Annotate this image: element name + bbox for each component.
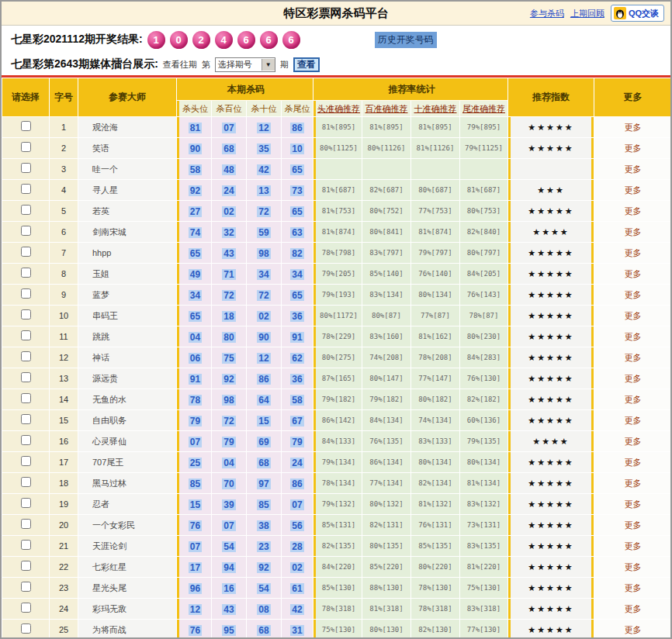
- more-link[interactable]: 更多: [594, 285, 671, 305]
- more-link[interactable]: 更多: [594, 557, 671, 577]
- rate-cell: 84%[133]: [313, 431, 362, 451]
- row-select-checkbox[interactable]: [21, 288, 31, 299]
- row-select-checkbox[interactable]: [21, 163, 31, 173]
- previous-period-link[interactable]: 上期回顾: [570, 8, 604, 19]
- kill-number-cell: 64: [247, 389, 281, 409]
- rate-cell: 80%[275]: [313, 347, 362, 368]
- kill-number-cell: 98: [212, 389, 246, 409]
- kill-number-cell: 79: [212, 431, 246, 451]
- rate-cell: [313, 159, 362, 179]
- row-select-checkbox[interactable]: [21, 603, 31, 613]
- row-select-checkbox[interactable]: [21, 393, 31, 403]
- rate-cell: 85%[140]: [362, 264, 410, 284]
- row-select-checkbox[interactable]: [21, 351, 31, 361]
- row-select-checkbox[interactable]: [21, 226, 31, 236]
- kill-number-cell: 38: [247, 515, 281, 535]
- more-link[interactable]: 更多: [594, 117, 671, 137]
- header-rate-hundred-link[interactable]: 百准确推荐: [362, 101, 410, 116]
- more-link[interactable]: 更多: [594, 431, 671, 451]
- kill-number-cell: 16: [212, 578, 246, 598]
- rate-cell: 83%[160]: [362, 326, 410, 347]
- rate-cell: 77%[134]: [362, 473, 410, 493]
- row-select-checkbox[interactable]: [21, 582, 31, 592]
- period-select[interactable]: 选择期号 ▼: [215, 57, 275, 72]
- kill-number-cell: 92: [212, 368, 246, 389]
- more-link[interactable]: 更多: [594, 599, 671, 619]
- row-select-checkbox[interactable]: [21, 456, 31, 466]
- kill-number: 70: [222, 478, 235, 489]
- row-select-checkbox[interactable]: [21, 121, 31, 131]
- rate-cell: 77%[753]: [411, 201, 459, 221]
- row-select-checkbox[interactable]: [21, 519, 31, 529]
- more-link[interactable]: 更多: [594, 138, 671, 158]
- row-select-checkbox[interactable]: [21, 623, 31, 634]
- kill-number-cell: 02: [212, 201, 246, 221]
- more-link[interactable]: 更多: [594, 578, 671, 598]
- more-link[interactable]: 更多: [594, 620, 671, 639]
- more-link[interactable]: 更多: [594, 159, 671, 179]
- more-link[interactable]: 更多: [594, 368, 671, 389]
- more-link[interactable]: 更多: [594, 326, 671, 347]
- row-select-checkbox[interactable]: [21, 247, 31, 257]
- rate-cell: 88%[130]: [362, 578, 410, 598]
- row-select-checkbox[interactable]: [21, 414, 31, 424]
- kill-number-cell: 07: [282, 494, 313, 514]
- select-cell: [2, 138, 49, 158]
- header-rate-tail-link[interactable]: 尾准确推荐: [460, 101, 507, 116]
- row-select-checkbox[interactable]: [21, 561, 31, 571]
- row-select-checkbox[interactable]: [21, 372, 31, 382]
- kill-number: 80: [222, 332, 235, 343]
- table-row: 10串码王6518023680%[1172]80%[87]77%[87]78%[…: [2, 306, 671, 326]
- kill-number: 58: [189, 164, 202, 175]
- rate-cell: 83%[132]: [460, 494, 507, 514]
- more-link[interactable]: 更多: [594, 347, 671, 368]
- kill-number-cell: 70: [212, 473, 246, 493]
- more-link[interactable]: 更多: [594, 410, 671, 430]
- more-link[interactable]: 更多: [594, 452, 671, 472]
- table-row: 17707尾王2504682479%[134]86%[134]80%[134]8…: [2, 452, 671, 472]
- master-name: 彩玛无敌: [78, 599, 176, 619]
- more-link[interactable]: 更多: [594, 306, 671, 326]
- rate-cell: 80%[135]: [362, 536, 410, 556]
- more-link[interactable]: 更多: [594, 243, 671, 263]
- row-select-checkbox[interactable]: [21, 540, 31, 550]
- more-link[interactable]: 更多: [594, 494, 671, 514]
- more-link[interactable]: 更多: [594, 389, 671, 409]
- qq-chat-button[interactable]: QQ交谈: [611, 5, 664, 22]
- row-select-checkbox[interactable]: [21, 142, 31, 152]
- more-link[interactable]: 更多: [594, 473, 671, 493]
- rate-cell: 80%[753]: [460, 201, 507, 221]
- rate-cell: 78%[208]: [411, 347, 459, 368]
- rate-cell: 75%[130]: [313, 620, 362, 639]
- row-select-checkbox[interactable]: [21, 268, 31, 278]
- rate-cell: 78%[130]: [411, 578, 459, 598]
- row-select-checkbox[interactable]: [21, 477, 31, 487]
- kill-number: 68: [257, 625, 270, 636]
- more-link[interactable]: 更多: [594, 180, 671, 200]
- join-kill-code-link[interactable]: 参与杀码: [530, 8, 564, 19]
- header-rate-head-link[interactable]: 头准确推荐: [313, 101, 362, 116]
- more-link[interactable]: 更多: [594, 515, 671, 535]
- rate-cell: 82%[135]: [313, 536, 362, 556]
- rate-cell: 84%[220]: [313, 557, 362, 577]
- rate-cell: 81%[162]: [411, 326, 459, 347]
- row-select-checkbox[interactable]: [21, 184, 31, 194]
- star-rating: ★★★★★: [508, 264, 594, 284]
- view-button[interactable]: 查看: [293, 57, 320, 72]
- more-link[interactable]: 更多: [594, 222, 671, 242]
- lottery-ball: 1: [147, 31, 165, 49]
- row-select-checkbox[interactable]: [21, 330, 31, 340]
- rate-cell: 79%[135]: [460, 431, 507, 451]
- history-numbers-link[interactable]: 历史开奖号码: [375, 32, 437, 48]
- row-select-checkbox[interactable]: [21, 205, 31, 215]
- row-select-checkbox[interactable]: [21, 435, 31, 445]
- more-link[interactable]: 更多: [594, 536, 671, 556]
- header-rate-ten-link[interactable]: 十准确推荐: [411, 101, 459, 116]
- master-name: 自由职务: [78, 410, 176, 430]
- more-link[interactable]: 更多: [594, 201, 671, 221]
- qq-penguin-icon: [614, 7, 626, 19]
- rate-cell: 80%[87]: [362, 306, 410, 326]
- row-select-checkbox[interactable]: [21, 309, 31, 320]
- row-select-checkbox[interactable]: [21, 498, 31, 508]
- more-link[interactable]: 更多: [594, 264, 671, 284]
